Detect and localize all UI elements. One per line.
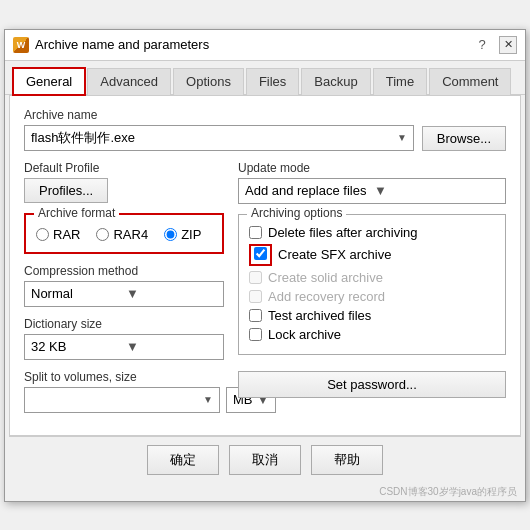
dictionary-arrow[interactable]: ▼	[122, 339, 217, 354]
archive-format-group: RAR RAR4 ZIP	[36, 223, 212, 242]
split-dropdown[interactable]: ▼	[199, 394, 213, 405]
profiles-button[interactable]: Profiles...	[24, 178, 108, 203]
check-create-sfx[interactable]: Create SFX archive	[249, 242, 495, 268]
help-button[interactable]: 帮助	[311, 445, 383, 475]
tab-comment[interactable]: Comment	[429, 68, 511, 95]
archive-format-section: Archive format RAR RAR4 ZIP	[24, 213, 224, 254]
update-mode-select[interactable]: Add and replace files ▼	[238, 178, 506, 204]
split-input[interactable]: ▼	[24, 387, 220, 413]
archive-name-field[interactable]	[31, 130, 393, 145]
check-test-files[interactable]: Test archived files	[249, 306, 495, 325]
check-create-sfx-input[interactable]	[254, 247, 267, 260]
radio-rar-input[interactable]	[36, 228, 49, 241]
main-columns: Default Profile Profiles... Archive form…	[24, 161, 506, 423]
radio-rar4-input[interactable]	[96, 228, 109, 241]
check-delete-files[interactable]: Delete files after archiving	[249, 223, 495, 242]
help-icon[interactable]: ?	[473, 36, 491, 54]
archiving-options-section: Archiving options Delete files after arc…	[238, 214, 506, 355]
check-lock-archive-input[interactable]	[249, 328, 262, 341]
title-controls: ✕	[499, 36, 517, 54]
check-recovery-record: Add recovery record	[249, 287, 495, 306]
radio-rar4[interactable]: RAR4	[96, 227, 148, 242]
close-button[interactable]: ✕	[499, 36, 517, 54]
window-title: Archive name and parameters	[35, 37, 209, 52]
update-mode-value: Add and replace files	[245, 183, 370, 198]
compression-row: Compression method Normal ▼	[24, 264, 224, 307]
left-column: Default Profile Profiles... Archive form…	[24, 161, 224, 423]
ok-button[interactable]: 确定	[147, 445, 219, 475]
check-delete-files-input[interactable]	[249, 226, 262, 239]
check-recovery-record-label: Add recovery record	[268, 289, 385, 304]
check-recovery-record-input	[249, 290, 262, 303]
tab-bar: General Advanced Options Files Backup Ti…	[5, 61, 525, 95]
bottom-bar: 确定 取消 帮助	[9, 436, 521, 483]
tab-advanced[interactable]: Advanced	[87, 68, 171, 95]
dictionary-row: Dictionary size 32 KB ▼	[24, 317, 224, 360]
archive-name-label: Archive name	[24, 108, 414, 122]
radio-zip-input[interactable]	[164, 228, 177, 241]
right-column: Update mode Add and replace files ▼ Arch…	[238, 161, 506, 423]
cancel-button[interactable]: 取消	[229, 445, 301, 475]
archive-name-dropdown[interactable]: ▼	[393, 132, 407, 143]
compression-value: Normal	[31, 286, 122, 301]
check-lock-archive-label: Lock archive	[268, 327, 341, 342]
split-row: Split to volumes, size ▼ MB ▼	[24, 370, 224, 413]
split-label: Split to volumes, size	[24, 370, 224, 384]
check-solid-archive: Create solid archive	[249, 268, 495, 287]
tab-backup[interactable]: Backup	[301, 68, 370, 95]
compression-label: Compression method	[24, 264, 224, 278]
title-bar: W Archive name and parameters ? ✕	[5, 30, 525, 61]
check-lock-archive[interactable]: Lock archive	[249, 325, 495, 344]
title-bar-left: W Archive name and parameters	[13, 37, 209, 53]
check-solid-archive-input	[249, 271, 262, 284]
update-mode-label: Update mode	[238, 161, 506, 175]
archiving-options-label: Archiving options	[247, 206, 346, 220]
watermark: CSDN博客30岁学java的程序员	[5, 483, 525, 501]
compression-arrow[interactable]: ▼	[122, 286, 217, 301]
window-icon: W	[13, 37, 29, 53]
tab-time[interactable]: Time	[373, 68, 427, 95]
check-test-files-input[interactable]	[249, 309, 262, 322]
compression-select[interactable]: Normal ▼	[24, 281, 224, 307]
dictionary-label: Dictionary size	[24, 317, 224, 331]
browse-button[interactable]: Browse...	[422, 126, 506, 151]
archive-name-input[interactable]: ▼	[24, 125, 414, 151]
main-window: W Archive name and parameters ? ✕ Genera…	[4, 29, 526, 502]
check-solid-archive-label: Create solid archive	[268, 270, 383, 285]
update-mode-arrow[interactable]: ▼	[370, 183, 499, 198]
profile-label: Default Profile	[24, 161, 224, 175]
dictionary-value: 32 KB	[31, 339, 122, 354]
set-password-button[interactable]: Set password...	[238, 371, 506, 398]
tab-options[interactable]: Options	[173, 68, 244, 95]
profile-row: Default Profile Profiles...	[24, 161, 224, 203]
tab-files[interactable]: Files	[246, 68, 299, 95]
check-create-sfx-label: Create SFX archive	[278, 247, 391, 262]
archive-format-label: Archive format	[34, 206, 119, 220]
dictionary-select[interactable]: 32 KB ▼	[24, 334, 224, 360]
tab-general[interactable]: General	[13, 68, 85, 95]
sfx-highlight	[249, 244, 272, 266]
radio-rar[interactable]: RAR	[36, 227, 80, 242]
radio-zip[interactable]: ZIP	[164, 227, 201, 242]
split-controls: ▼ MB ▼	[24, 387, 224, 413]
split-field[interactable]	[31, 392, 199, 407]
content-area: Archive name ▼ Browse... Default Profile…	[9, 95, 521, 436]
update-mode-row: Update mode Add and replace files ▼	[238, 161, 506, 204]
check-delete-files-label: Delete files after archiving	[268, 225, 418, 240]
check-test-files-label: Test archived files	[268, 308, 371, 323]
